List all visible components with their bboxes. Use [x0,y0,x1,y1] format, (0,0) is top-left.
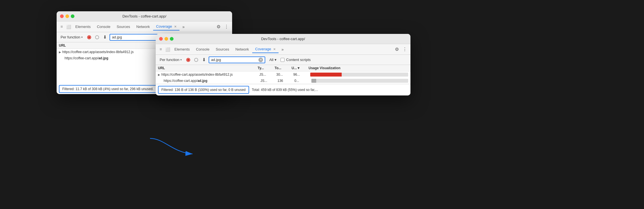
col-viz-header: Usage Visualization [309,66,408,70]
total-text-value-front: Total: 459 kB of 839 kB (55%) used so fa… [252,88,318,92]
per-function-dropdown-arrow-front: ▾ [180,58,182,61]
close-button-front[interactable] [159,37,163,41]
tree-arrow-1-front: ▶ [158,73,160,76]
filter-arrow-front: ▾ [275,58,277,62]
maximize-button-back[interactable] [71,14,74,18]
main-toolbar-front: ⌗ ⬜ Elements Console Sources Network Cov… [156,44,410,55]
tab-list-back: Elements Console Sources Network Coverag… [72,23,179,31]
tab-coverage-front[interactable]: Coverage ✕ [252,45,279,53]
minimize-button-front[interactable] [164,37,168,41]
download-icon-back[interactable]: ⬇ [102,34,108,40]
status-text-back: Filtered: 11.7 kB of 308 kB (4%) used so… [62,87,153,91]
inspect-icon-front[interactable]: ⌗ [158,47,164,52]
checkbox-front [281,58,284,62]
viz-bar-row1 [310,73,408,77]
gear-icon-back[interactable]: ⚙ [215,23,222,30]
type-row1-front: JS... [259,73,276,77]
viz-row2-front [311,79,408,83]
total-text-front: Total: 459 kB of 839 kB (55%) used so fa… [249,86,408,93]
viz-bar-row2 [311,79,408,83]
url-row2-front: https://coffee-cart.app/ad.jpg [164,79,260,83]
content-area-front: URL Ty... To... U...▼ Usage Visualizatio… [156,65,410,84]
gear-icon-front[interactable]: ⚙ [393,46,400,53]
title-bar-front: DevTools - coffee-cart.app/ [156,34,410,44]
url-row2-prefix-front: https://coffee-cart.app/ [164,79,197,83]
col-url-header-front: URL [158,66,258,70]
tree-row-1-front[interactable]: ▶ https://coffee-cart.app/assets/index-8… [156,71,410,78]
main-toolbar-back: ⌗ ⬜ Elements Console Sources Network Cov… [57,21,232,32]
maximize-button-front[interactable] [170,37,174,41]
per-function-button-back[interactable]: Per function ▾ [59,34,84,40]
more-icon-back[interactable]: ⋮ [223,23,230,30]
url-row2-bold-back: ad.jpg [98,56,108,60]
tab-coverage-back[interactable]: Coverage ✕ [153,23,179,31]
url-row2-bold-front: ad.jpg [197,79,207,83]
tab-close-back[interactable]: ✕ [174,25,177,28]
per-function-button-front[interactable]: Per function ▾ [158,57,183,63]
search-input-back[interactable] [112,35,158,39]
stop-icon-front [194,58,198,62]
close-button-back[interactable] [60,14,64,18]
col-total-header: To... [275,66,292,70]
secondary-toolbar-front: Per function ▾ ⬇ ✕ All ▾ Content scripts [156,55,410,65]
col-type-header: Ty... [258,66,275,70]
tab-network-front[interactable]: Network [233,46,252,53]
tab-list-front: Elements Console Sources Network Coverag… [172,45,279,53]
more-tabs-front[interactable]: » [280,46,285,53]
type-row2-front: JS... [260,79,277,83]
inspect-icon-back[interactable]: ⌗ [59,24,65,30]
content-scripts-label-front: Content scripts [286,58,311,62]
table-header-front: URL Ty... To... U...▼ Usage Visualizatio… [156,65,410,71]
download-icon-front[interactable]: ⬇ [201,57,207,62]
tab-elements-back[interactable]: Elements [72,23,93,30]
used-row2-front: 0... [294,79,311,83]
url-row1-front[interactable]: https://coffee-cart.app/assets/index-8bf… [161,73,259,77]
viz-used-row2 [311,79,316,83]
tree-arrow-back: ▶ [59,51,61,54]
more-tabs-back[interactable]: » [181,23,186,30]
filter-label-front: All [269,58,273,62]
filter-dropdown-front[interactable]: All ▾ [267,57,279,63]
device-icon-back[interactable]: ⬜ [66,24,71,30]
record-circle-front [186,58,190,62]
device-icon-front[interactable]: ⬜ [165,47,170,52]
per-function-label-front: Per function [160,58,179,62]
search-input-front[interactable] [211,58,257,62]
stop-icon-back [95,35,99,39]
status-bar-front: Filtered: 136 B of 136 B (100%) used so … [158,86,249,94]
viz-used-row1 [310,73,342,77]
url-row1-back[interactable]: https://coffee-cart.app/assets/index-8bf… [62,50,134,54]
minimize-button-back[interactable] [65,14,69,18]
stop-button-front[interactable] [193,57,199,63]
tab-elements-front[interactable]: Elements [172,46,192,53]
record-circle-back [87,35,91,39]
bottom-area-front: Filtered: 136 B of 136 B (100%) used so … [156,84,410,95]
tab-sources-front[interactable]: Sources [213,46,232,53]
more-icon-front[interactable]: ⋮ [401,46,408,53]
tab-console-front[interactable]: Console [193,46,212,53]
window-controls-front [159,37,174,41]
per-function-label-back: Per function [61,35,80,39]
tab-network-back[interactable]: Network [134,23,153,30]
devtools-window-front: DevTools - coffee-cart.app/ ⌗ ⬜ Elements… [156,34,410,95]
child-row-front[interactable]: https://coffee-cart.app/ad.jpg JS... 136… [156,78,410,84]
tab-sources-back[interactable]: Sources [114,23,133,30]
tab-close-front[interactable]: ✕ [273,47,276,51]
tab-console-back[interactable]: Console [94,23,113,30]
window-title-front: DevTools - coffee-cart.app/ [261,37,305,41]
col-used-header: U...▼ [292,66,309,70]
content-scripts-checkbox-front[interactable]: Content scripts [281,58,311,62]
status-text-front: Filtered: 136 B of 136 B (100%) used so … [161,88,246,92]
stop-button-back[interactable] [94,34,100,40]
per-function-dropdown-arrow-back: ▾ [81,36,83,39]
search-wrapper-front: ✕ [209,56,265,63]
window-controls-back [60,14,74,18]
viz-row1-front [310,73,408,77]
used-row1-front: 96... [293,73,310,77]
record-button-back[interactable] [86,34,92,40]
arrow-path [150,138,192,154]
record-button-front[interactable] [185,57,191,63]
total-row1-front: 30... [276,73,293,77]
window-title-back: DevTools - coffee-cart.app/ [122,14,166,18]
clear-button-front[interactable]: ✕ [258,58,263,62]
